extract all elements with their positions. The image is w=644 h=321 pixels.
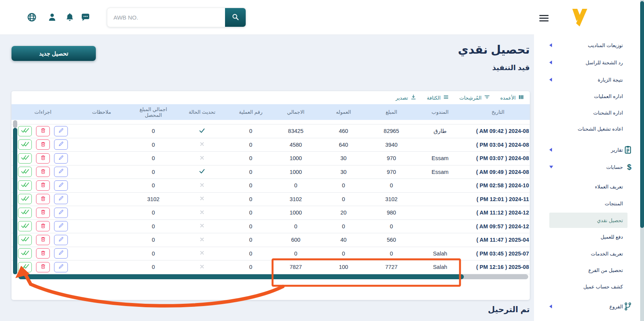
sidebar-item-12[interactable]: دفع للعميل	[534, 229, 644, 244]
sidebar-item-7[interactable]: تقارير	[534, 142, 644, 157]
column-header-actions[interactable]: اجراءات	[13, 104, 72, 120]
delete-button[interactable]	[36, 180, 50, 191]
search-button[interactable]	[225, 8, 246, 27]
table-row-2[interactable]: ( PM 03:04 ) 2024-083940640458000	[12, 138, 530, 152]
sidebar-item-15[interactable]: كشف حساب عميل	[534, 279, 644, 294]
chevron-down-icon	[549, 166, 553, 169]
user-icon[interactable]	[47, 12, 57, 22]
table-row-3[interactable]: ( PM 03:07 ) 2024-08Essam97030100000	[12, 152, 530, 165]
cell-notes	[72, 179, 131, 192]
approve-button[interactable]	[18, 153, 32, 164]
approve-button[interactable]	[18, 248, 32, 259]
table-horizontal-scrollbar[interactable]	[12, 274, 530, 279]
delete-button[interactable]	[36, 167, 50, 177]
edit-button[interactable]	[54, 235, 68, 245]
column-header-status[interactable]: تحديث الحالة	[176, 104, 228, 120]
bell-icon[interactable]	[65, 12, 75, 22]
edit-button[interactable]	[54, 208, 68, 218]
approve-button[interactable]	[18, 208, 32, 218]
density-button[interactable]: الكثافة	[427, 94, 449, 102]
trash-icon	[40, 168, 46, 176]
edit-button[interactable]	[54, 248, 68, 259]
column-header-amount[interactable]: المبلغ	[369, 104, 414, 120]
table-vertical-scrollbar-thumb[interactable]	[13, 128, 17, 274]
delete-button[interactable]	[36, 126, 50, 136]
cell-op_no: 0	[228, 206, 273, 219]
approve-button[interactable]	[18, 235, 32, 245]
delete-button[interactable]	[36, 153, 50, 164]
filters-button[interactable]: المُرشِحات	[459, 94, 490, 102]
column-header-op_no[interactable]: رقم العملية	[228, 104, 273, 120]
table-row-9[interactable]: ( AM 11:47 ) 2025-045604060000	[12, 233, 530, 247]
cell-amount: 3102	[369, 193, 414, 206]
table-row-10[interactable]: ( PM 03:45 ) 2025-07Salah00000	[12, 247, 530, 261]
sidebar-item-11[interactable]: تحصيل نقدي	[534, 213, 644, 228]
search-input[interactable]	[107, 8, 225, 27]
table-row-11[interactable]: ( PM 12:16 ) 2025-08Salah7727100782700	[12, 260, 530, 274]
edit-button[interactable]	[54, 153, 68, 164]
sidebar-item-9[interactable]: تعريف العملاء	[534, 179, 644, 194]
delete-button[interactable]	[36, 221, 50, 231]
cell-notes	[72, 152, 131, 165]
table-row-1[interactable]: ( AM 09:42 ) 2024-08طارق829654608342500	[12, 124, 530, 138]
delete-button[interactable]	[36, 139, 50, 150]
table-row-8[interactable]: ( AM 09:57 ) 2024-1200000	[12, 220, 530, 234]
edit-button[interactable]	[54, 167, 68, 177]
sidebar-item-8[interactable]: $حسابات	[534, 159, 644, 175]
table-row-4[interactable]: ( AM 09:49 ) 2024-08Essam97030100000	[12, 165, 530, 179]
collections-table-card: الأعمده المُرشِحات الكثافة تصدير التاريخ…	[12, 91, 530, 300]
cell-collected: 0	[131, 260, 176, 274]
cell-amount: 0	[369, 220, 414, 233]
sidebar-item-3[interactable]: نتيجة الزيارة	[534, 72, 644, 87]
sidebar-item-10[interactable]: المنتجات	[534, 196, 644, 211]
approve-button[interactable]	[18, 126, 32, 136]
edit-button[interactable]	[54, 194, 68, 204]
globe-icon[interactable]	[27, 12, 37, 22]
edit-button[interactable]	[54, 221, 68, 231]
columns-button[interactable]: الأعمده	[500, 94, 524, 102]
approve-button[interactable]	[18, 194, 32, 204]
sidebar-item-2[interactable]: رد الشحنة للراسل	[534, 55, 644, 70]
column-header-commission[interactable]: العموله	[318, 104, 369, 120]
table-row-5[interactable]: ( PM 02:58 ) 2024-1000000	[12, 179, 530, 193]
table-row-7[interactable]: ( AM 11:12 ) 2024-1298020100000	[12, 206, 530, 220]
column-header-collected[interactable]: اجمالي المبلغ المحصل	[131, 104, 176, 120]
sidebar-item-1[interactable]: توزيعات المناديب	[534, 38, 644, 53]
approve-button[interactable]	[18, 221, 32, 231]
window-scrollbar[interactable]	[640, 0, 644, 321]
column-header-total[interactable]: الاجمالي	[273, 104, 318, 120]
table-horizontal-scrollbar-thumb[interactable]	[18, 274, 464, 279]
window-scrollbar-thumb[interactable]	[640, 1, 644, 228]
sidebar-item-6[interactable]: اعاده تشغيل الشحنات	[534, 121, 644, 136]
export-button[interactable]: تصدير	[396, 94, 417, 102]
sidebar-item-14[interactable]: تحصيل من الفرع	[534, 262, 644, 278]
table-row-6[interactable]: ( PM 12:01 ) 2024-1131020310203102	[12, 193, 530, 206]
approve-button[interactable]	[18, 167, 32, 177]
edit-button[interactable]	[54, 139, 68, 150]
approve-button[interactable]	[18, 262, 32, 272]
column-header-date[interactable]: التاريخ	[466, 104, 530, 120]
table-vertical-scrollbar[interactable]	[13, 120, 17, 274]
column-header-notes[interactable]: ملاحظات	[72, 104, 131, 120]
delete-button[interactable]	[36, 208, 50, 218]
delete-button[interactable]	[36, 262, 50, 272]
sidebar-item-4[interactable]: اداره العمليات	[534, 88, 644, 104]
edit-button[interactable]	[54, 262, 68, 272]
delete-button[interactable]	[36, 194, 50, 204]
new-collection-button[interactable]: تحصيل جديد	[12, 46, 96, 61]
edit-button[interactable]	[54, 126, 68, 136]
delete-button[interactable]	[36, 248, 50, 259]
chat-icon[interactable]	[80, 12, 90, 22]
sidebar-item-label: تحصيل نقدي	[597, 218, 623, 223]
sidebar-item-13[interactable]: تعريف الخدمات	[534, 246, 644, 261]
column-header-rep[interactable]: المندوب	[414, 104, 466, 120]
cell-amount: 3940	[369, 138, 414, 152]
sidebar-item-16[interactable]: الفروع	[534, 299, 644, 314]
edit-button[interactable]	[54, 180, 68, 191]
sidebar-item-5[interactable]: اداره الشحنات	[534, 105, 644, 120]
approve-button[interactable]	[18, 180, 32, 191]
menu-toggle-icon[interactable]	[539, 15, 549, 21]
delete-button[interactable]	[36, 235, 50, 245]
approve-button[interactable]	[18, 139, 32, 150]
cell-total: 1000	[273, 206, 318, 219]
